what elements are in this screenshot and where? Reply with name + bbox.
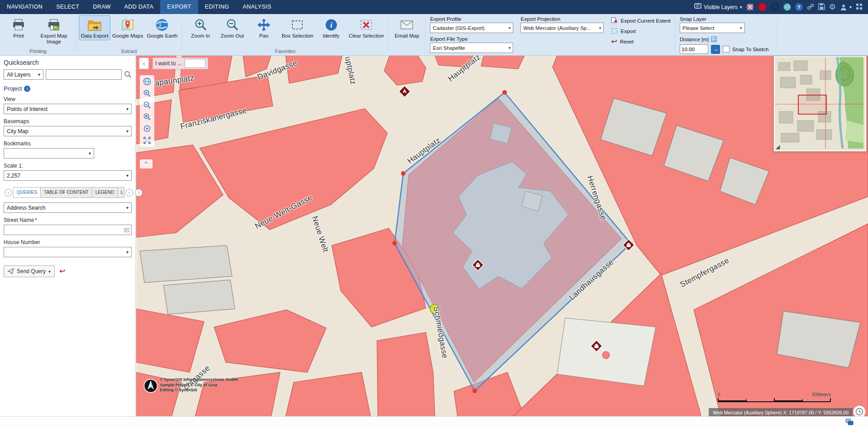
expand-extent-tool-icon[interactable] <box>143 136 152 145</box>
all-layers-select[interactable]: All Layers ▾ <box>4 69 43 80</box>
address-search-select[interactable]: Address Search ▾ <box>4 202 132 213</box>
identify-button[interactable]: i Identify <box>315 15 347 40</box>
connection-status-icon[interactable] <box>845 418 854 428</box>
save-icon[interactable] <box>818 3 825 11</box>
zoom-window-tool-icon[interactable] <box>143 112 152 121</box>
overview-map[interactable]: ◢ <box>774 56 866 151</box>
basemaps-select[interactable]: City Map ▾ <box>4 126 132 136</box>
zoom-in-tool-icon[interactable] <box>143 89 152 98</box>
toolbar-collapse-button[interactable]: ⌃ <box>140 159 153 168</box>
menu-navigation[interactable]: NAVIGATION <box>0 0 49 14</box>
visible-layers-dropdown[interactable]: Visible Layers ▾ <box>694 3 742 11</box>
menu-select[interactable]: SELECT <box>49 0 86 14</box>
map-building[interactable] <box>163 280 235 314</box>
data-export-button[interactable]: Data Export <box>79 15 110 40</box>
polygon-vertex[interactable] <box>502 90 507 95</box>
tab-clipped[interactable]: L <box>118 187 124 198</box>
map-parcel[interactable] <box>136 309 204 372</box>
tabs-overflow-button[interactable]: › <box>135 189 143 197</box>
i-want-to-input[interactable] <box>185 59 205 68</box>
quicksearch-input[interactable] <box>46 69 122 80</box>
map-parcel[interactable] <box>384 55 426 85</box>
tab-legend[interactable]: LEGEND <box>92 187 118 198</box>
overview-collapse-icon[interactable]: ◢ <box>776 144 780 149</box>
scale-select[interactable]: 2,257 ▾ <box>4 170 132 181</box>
user-menu[interactable]: ▾ <box>840 4 852 11</box>
poi-marker-arrow[interactable] <box>399 86 410 97</box>
print-button[interactable]: Print <box>3 15 34 40</box>
apps-grid-icon[interactable] <box>856 3 863 11</box>
export-current-extent-button[interactable]: Export Current Extent <box>611 17 671 24</box>
export-map-image-button[interactable]: Export Map Image <box>34 15 73 46</box>
map-parcel[interactable] <box>286 372 371 417</box>
tabs-scroll-left-button[interactable]: ‹ <box>5 189 12 197</box>
box-selection-button[interactable]: Box Selection <box>280 15 315 40</box>
email-map-button[interactable]: Email Map <box>391 15 423 40</box>
tab-queries[interactable]: QUERIES <box>13 187 41 198</box>
google-maps-button[interactable]: Google Maps <box>110 15 145 40</box>
help-icon[interactable]: ? <box>795 3 803 11</box>
house-number-select[interactable]: ▾ <box>4 247 132 257</box>
sidebar-collapse-button[interactable]: ‹ <box>139 58 149 69</box>
zoom-in-button[interactable]: Zoom In <box>185 15 216 40</box>
tab-table-of-content[interactable]: TABLE OF CONTENT <box>41 187 92 198</box>
map-parcel[interactable] <box>481 55 525 69</box>
bookmarks-select[interactable]: ▾ <box>4 148 94 159</box>
quicksearch-row: All Layers ▾ <box>4 69 132 80</box>
settings-gear-icon[interactable]: ⚙ <box>829 3 836 11</box>
scale-label: Scale 1: <box>4 163 132 169</box>
apply-distance-button[interactable]: → <box>711 45 720 54</box>
input-helper-icon[interactable] <box>124 227 129 233</box>
menu-analysis[interactable]: ANALYSIS <box>236 0 278 14</box>
google-maps-icon <box>120 18 135 32</box>
tabs-scroll-right-button[interactable]: › <box>125 189 133 197</box>
send-query-button[interactable]: Send Query ▾ <box>4 265 55 277</box>
zoom-out-tool-icon[interactable] <box>143 101 152 110</box>
export-button[interactable]: Export <box>611 28 671 34</box>
gis-application-window: NAVIGATION SELECT DRAW ADD DATA EXPORT E… <box>0 0 868 428</box>
map-parcel[interactable] <box>454 372 525 417</box>
pan-button[interactable]: Pan <box>248 15 280 40</box>
polygon-vertex[interactable] <box>392 241 397 245</box>
logo-icon[interactable] <box>771 3 779 11</box>
flag-english-icon[interactable] <box>746 3 754 11</box>
zoom-out-icon <box>224 18 240 32</box>
export-projection-select[interactable]: Web Mercator (Auxiliary Sp... ▾ <box>520 23 604 33</box>
grid-icon[interactable] <box>711 36 717 42</box>
search-icon[interactable] <box>124 71 132 78</box>
globe-icon[interactable] <box>783 3 791 11</box>
menu-editing[interactable]: EDITING <box>198 0 236 14</box>
snap-layer-select[interactable]: Please Select ▾ <box>680 23 745 33</box>
export-file-type-select[interactable]: Esri Shapefile ▾ <box>430 43 513 53</box>
map-parcel[interactable] <box>214 310 326 372</box>
view-select[interactable]: Points of Interest ▾ <box>4 104 132 114</box>
i-want-to-widget[interactable]: I want to ... <box>153 58 208 69</box>
project-info-icon[interactable]: i <box>24 86 30 92</box>
street-name-input[interactable] <box>4 225 132 235</box>
map-viewport[interactable]: T Kapaunplatz Davidgasse Franziskanergas… <box>136 55 868 417</box>
map-parcel[interactable] <box>377 332 435 417</box>
export-profile-select[interactable]: Cadaster (GIS-Export) ▾ <box>430 23 513 33</box>
distance-input[interactable] <box>680 44 708 54</box>
polygon-vertex[interactable] <box>472 389 477 393</box>
menu-export[interactable]: EXPORT <box>160 0 198 14</box>
reset-query-icon[interactable]: ↩ <box>59 268 65 275</box>
polygon-vertex[interactable] <box>401 171 405 176</box>
map-building[interactable] <box>140 245 232 283</box>
center-map-tool-icon[interactable] <box>143 124 152 133</box>
link-icon[interactable] <box>807 3 814 11</box>
clear-selection-button[interactable]: Clear Selection <box>347 15 386 40</box>
undo-icon: ↩ <box>611 38 617 45</box>
google-earth-button[interactable]: Google Earth <box>145 15 179 40</box>
flag-german-icon[interactable] <box>758 3 767 11</box>
history-clock-button[interactable] <box>853 405 866 417</box>
zoom-out-button[interactable]: Zoom Out <box>216 15 248 40</box>
caret-down-icon: ▾ <box>126 250 129 255</box>
snap-to-sketch-checkbox[interactable] <box>723 46 730 53</box>
i-want-to-label: I want to ... <box>155 60 182 67</box>
menu-add-data[interactable]: ADD DATA <box>118 0 161 14</box>
full-extent-globe-icon[interactable] <box>143 77 152 86</box>
project-label: Project <box>4 85 22 92</box>
menu-draw[interactable]: DRAW <box>86 0 117 14</box>
reset-button[interactable]: ↩ Reset <box>611 38 671 45</box>
